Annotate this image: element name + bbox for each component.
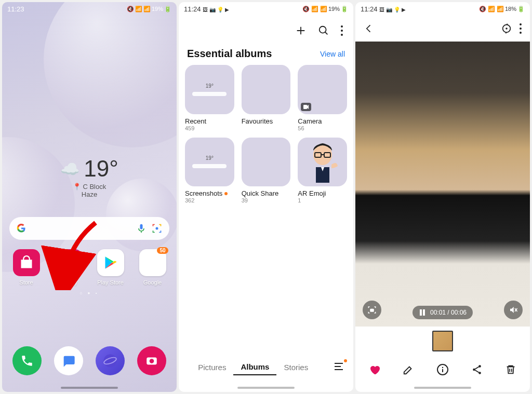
google-search-bar[interactable] (9, 217, 169, 240)
app-label: Gallery (59, 279, 77, 286)
more-icon[interactable] (520, 23, 522, 34)
tab-albums[interactable]: Albums (233, 359, 276, 375)
svg-point-5 (71, 261, 76, 264)
play-store-icon (103, 255, 118, 270)
album-screenshots[interactable]: 19° Screenshots 362 (185, 138, 234, 204)
svg-rect-32 (370, 309, 374, 312)
video-content[interactable]: 00:01 / 00:06 (355, 42, 530, 327)
google-folder[interactable]: 50 Google (135, 249, 170, 286)
search-icon[interactable] (318, 25, 329, 36)
condition-text: Haze (2, 191, 177, 198)
filmstrip[interactable] (355, 327, 530, 356)
app-label: Store (19, 279, 33, 286)
battery-icon: 🔋 (164, 6, 171, 12)
album-recent[interactable]: 19° Recent 459 (185, 65, 234, 131)
browser-app[interactable] (96, 346, 125, 375)
album-count: 56 (298, 125, 347, 131)
svg-point-4 (61, 261, 65, 264)
share-button[interactable] (470, 363, 484, 376)
mute-icon: 🔇 (127, 6, 134, 12)
svg-point-2 (66, 255, 70, 260)
svg-point-9 (62, 264, 68, 269)
store-icon (19, 255, 34, 270)
action-bar (355, 356, 530, 387)
weather-widget[interactable]: ☁️19° 📍 C Block Haze (2, 156, 177, 198)
nav-handle[interactable] (61, 387, 118, 389)
app-label: Google (143, 279, 162, 286)
svg-rect-33 (420, 309, 422, 316)
album-camera[interactable]: Camera 56 (298, 65, 347, 131)
camera-app[interactable] (137, 346, 166, 375)
mic-icon[interactable] (136, 223, 147, 234)
svg-point-31 (520, 32, 522, 34)
status-right: 🔇 📶 📶 18%🔋 (479, 6, 525, 12)
play-store-app[interactable]: Play Store (93, 249, 128, 286)
mute-button[interactable] (504, 301, 523, 319)
view-all-link[interactable]: View all (320, 50, 345, 58)
lens-icon[interactable] (152, 223, 162, 234)
time-current: 00:01 (430, 309, 446, 316)
messages-app[interactable] (54, 346, 83, 375)
album-name: Recent (185, 117, 234, 125)
more-icon[interactable] (341, 25, 343, 36)
filmstrip-thumb[interactable] (432, 331, 453, 351)
album-favourites[interactable]: Favourites (242, 65, 291, 131)
album-count: 39 (242, 197, 291, 203)
phone-app[interactable] (12, 346, 42, 375)
delete-button[interactable] (504, 363, 517, 376)
bottom-tabs: Pictures Albums Stories (179, 352, 353, 387)
add-icon[interactable] (295, 25, 307, 36)
app-row: Store Gallery Play Store 50 Google (2, 249, 177, 286)
svg-point-16 (341, 30, 343, 32)
google-logo-icon (17, 224, 26, 233)
album-quick-share[interactable]: Quick Share 39 (242, 138, 291, 204)
svg-rect-34 (423, 309, 425, 316)
location-text: C Block (83, 183, 106, 191)
album-name: Screenshots (185, 189, 222, 197)
status-notif-icons: 🖼 📷 💡 ▶ (203, 7, 229, 12)
cloud-icon: ☁️ (60, 160, 79, 178)
album-name: Camera (298, 117, 347, 125)
svg-point-8 (69, 256, 75, 262)
battery-text: 18% (505, 6, 516, 12)
remaster-icon[interactable] (501, 23, 512, 34)
nav-handle[interactable] (414, 387, 471, 389)
time-total: 00:06 (451, 309, 467, 316)
video-badge-icon (301, 103, 311, 111)
albums-grid: 19° Recent 459 Favourites Camera 56 19° … (179, 65, 353, 203)
capture-frame-button[interactable] (363, 301, 381, 319)
svg-point-13 (150, 359, 154, 363)
back-icon[interactable] (364, 23, 374, 34)
favorite-button[interactable] (368, 363, 381, 376)
svg-point-29 (520, 23, 522, 25)
status-bar: 11:23 🔇 📶 📶 19% 🔋 (2, 2, 177, 16)
gallery-toolbar (179, 16, 353, 40)
svg-point-0 (156, 227, 158, 230)
svg-rect-39 (442, 369, 443, 372)
tab-stories[interactable]: Stories (276, 360, 315, 375)
nav-handle[interactable] (237, 387, 295, 389)
svg-rect-18 (303, 105, 307, 109)
camera-icon (145, 354, 158, 368)
playback-controls[interactable]: 00:01 / 00:06 (413, 306, 473, 319)
app-label: Play Store (97, 279, 124, 286)
home-screen-panel: 11:23 🔇 📶 📶 19% 🔋 ☁️19° 📍 C Block Haze (2, 2, 177, 392)
svg-point-3 (66, 266, 70, 270)
messages-icon (61, 354, 76, 368)
new-dot-icon (344, 359, 347, 362)
info-button[interactable] (436, 363, 449, 376)
pause-icon[interactable] (419, 309, 426, 316)
gallery-icon (61, 255, 76, 270)
status-time: 11:24 (184, 5, 201, 13)
store-app[interactable]: Store (9, 249, 44, 286)
menu-icon[interactable] (331, 360, 346, 375)
album-ar-emoji[interactable]: AR Emoji 1 (298, 138, 347, 204)
gallery-app[interactable]: Gallery (51, 249, 86, 286)
folder-icon: 50 (139, 249, 166, 276)
svg-point-38 (442, 367, 443, 368)
tab-pictures[interactable]: Pictures (191, 360, 233, 375)
svg-point-1 (66, 261, 71, 265)
edit-button[interactable] (402, 363, 415, 376)
bottom-dock (2, 346, 177, 375)
album-count: 1 (298, 197, 347, 203)
